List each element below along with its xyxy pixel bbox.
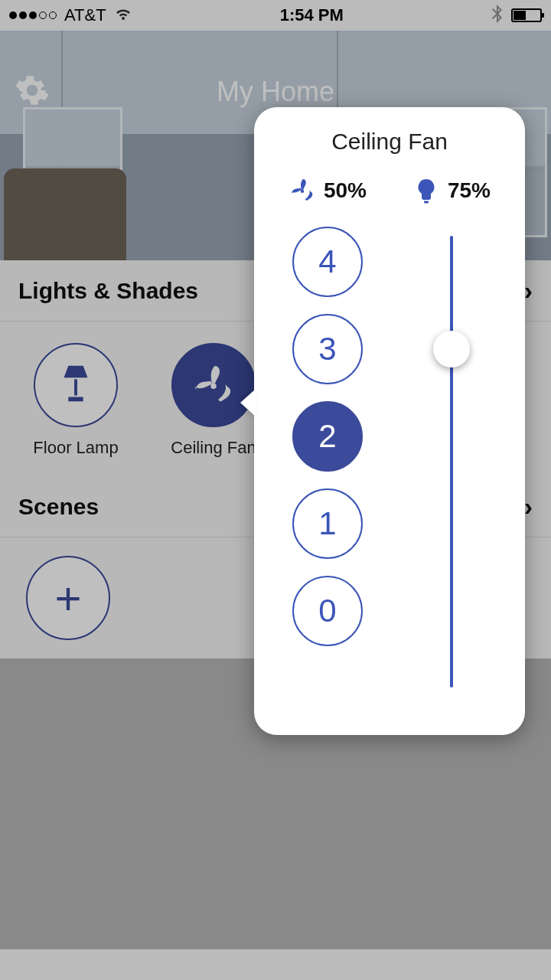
fan-speed-column: 50% 43210 (277, 172, 378, 707)
light-percent-label: 75% (448, 178, 491, 203)
slider-thumb[interactable] (433, 331, 470, 368)
speed-button-4[interactable]: 4 (292, 227, 363, 297)
popover-columns: 50% 43210 75% (277, 172, 502, 707)
speed-button-list: 43210 (292, 227, 363, 646)
device-label: Floor Lamp (33, 438, 118, 458)
page-title: My Home (217, 76, 334, 108)
plus-icon: + (54, 572, 81, 625)
carrier-label: AT&T (64, 5, 106, 25)
speed-button-1[interactable]: 1 (292, 488, 363, 559)
device-circle (34, 343, 118, 427)
light-slider[interactable] (429, 236, 474, 688)
lamp-icon (57, 363, 94, 407)
gear-icon (15, 74, 49, 107)
section-title: Scenes (18, 494, 99, 520)
fan-icon (289, 177, 316, 204)
light-header: 75% (412, 172, 491, 210)
popover-title: Ceiling Fan (277, 129, 502, 155)
chevron-right-icon: › (524, 492, 533, 521)
settings-button[interactable] (15, 74, 52, 110)
status-bar: AT&T 1:54 PM (0, 0, 551, 31)
app-screen: AT&T 1:54 PM My Home Li (0, 0, 551, 980)
speed-button-0[interactable]: 0 (292, 576, 363, 646)
clock: 1:54 PM (280, 5, 344, 25)
add-scene-button[interactable]: + (26, 556, 110, 640)
section-title: Lights & Shades (18, 278, 198, 304)
chevron-right-icon: › (524, 276, 533, 305)
fan-icon (191, 362, 236, 408)
slider-track (450, 236, 453, 688)
device-floor-lamp[interactable]: Floor Lamp (26, 343, 126, 458)
light-column: 75% (401, 172, 502, 707)
fan-header: 50% (289, 172, 367, 210)
device-control-popover: Ceiling Fan 50% 43210 75% (254, 107, 525, 735)
bluetooth-icon (491, 5, 504, 27)
device-label: Ceiling Fan (171, 438, 256, 458)
signal-strength-icon (9, 11, 57, 19)
speed-button-2[interactable]: 2 (292, 401, 363, 472)
status-right (491, 5, 542, 27)
bulb-icon (412, 177, 440, 204)
speed-button-3[interactable]: 3 (292, 314, 363, 384)
fan-percent-label: 50% (324, 178, 367, 203)
battery-icon (511, 8, 542, 22)
status-left: AT&T (9, 5, 132, 25)
wifi-icon (114, 6, 132, 25)
